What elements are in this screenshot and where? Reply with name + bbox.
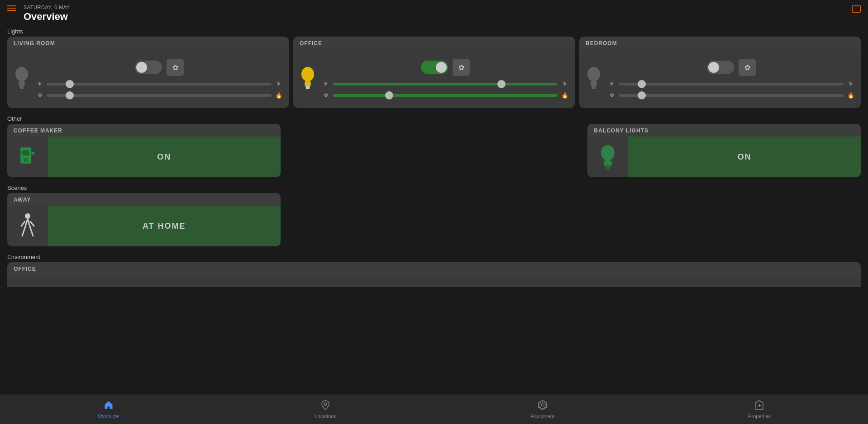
- living-room-header: LIVING ROOM: [7, 37, 289, 49]
- menu-icon[interactable]: [7, 5, 16, 11]
- bedroom-toggle[interactable]: [707, 61, 734, 74]
- svg-point-12: [25, 159, 27, 161]
- office-brightness-slider: ☀ ☀: [322, 80, 568, 87]
- coffee-icon-area: [7, 137, 48, 177]
- away-state[interactable]: AT HOME: [48, 206, 281, 246]
- warm-icon: 🔥: [275, 92, 282, 99]
- bedroom-warmth-slider: ❄ 🔥: [608, 92, 854, 99]
- living-room-warmth-slider: ❄ 🔥: [36, 92, 282, 99]
- environment-section-label: Environment: [0, 251, 868, 262]
- balcony-lights-state[interactable]: ON: [628, 137, 861, 177]
- bedroom-brightness-high-icon: ☀: [847, 80, 854, 87]
- nav-overview-label: Overview: [98, 413, 119, 419]
- page-title: Overview: [24, 11, 861, 23]
- away-header: AWAY: [7, 193, 281, 206]
- coffee-maker-state[interactable]: ON: [48, 137, 281, 177]
- office-brightness-low-icon: ☀: [322, 80, 329, 87]
- balcony-lights-card: BALCONY LIGHTS ON: [587, 124, 861, 177]
- svg-rect-8: [592, 88, 596, 89]
- svg-point-24: [324, 403, 327, 405]
- bedroom-brightness-low-icon: ☀: [608, 80, 615, 87]
- svg-rect-7: [591, 86, 596, 88]
- bedroom-settings-btn[interactable]: ✿: [739, 59, 756, 76]
- svg-line-22: [21, 221, 25, 226]
- office-warm-icon: 🔥: [561, 92, 568, 99]
- other-cards-row: COFFEE MAKER ON BALCONY: [0, 124, 868, 177]
- svg-line-23: [30, 221, 34, 226]
- svg-point-14: [601, 145, 615, 160]
- nav-equipment[interactable]: Equipment: [434, 395, 651, 424]
- away-body: AT HOME: [7, 206, 281, 246]
- living-room-settings-btn[interactable]: ✿: [167, 59, 184, 76]
- environment-card-header: OFFICE: [7, 262, 861, 275]
- office-brightness-high-icon: ☀: [561, 80, 568, 87]
- away-card: AWAY AT HOME: [7, 193, 281, 246]
- bedroom-bulb-icon: [586, 64, 602, 93]
- living-room-toggle-row: ✿: [36, 59, 282, 76]
- lights-cards-row: LIVING ROOM: [0, 37, 868, 108]
- svg-rect-15: [605, 165, 611, 168]
- location-icon: [321, 400, 329, 412]
- lights-section-label: Lights: [0, 25, 868, 37]
- balcony-lights-body: ON: [587, 137, 861, 177]
- brightness-low-icon: ☀: [36, 80, 43, 87]
- bedroom-controls: ✿ ☀ ☀ ❄: [608, 59, 854, 99]
- date-label: SATURDAY, 6 MAY: [24, 5, 861, 10]
- window-icon[interactable]: [852, 5, 861, 13]
- svg-marker-26: [540, 402, 545, 409]
- balcony-bulb-icon-area: [587, 137, 628, 177]
- bedroom-brightness-slider: ☀ ☀: [608, 80, 854, 87]
- nav-locations-label: Locations: [315, 414, 336, 419]
- svg-line-21: [30, 228, 33, 236]
- svg-rect-1: [19, 86, 24, 88]
- office-header: OFFICE: [293, 37, 575, 49]
- svg-rect-13: [31, 152, 35, 155]
- office-cool-icon: ❄: [322, 92, 329, 99]
- svg-point-17: [25, 213, 30, 219]
- environment-card: OFFICE: [7, 262, 861, 287]
- balcony-lights-header: BALCONY LIGHTS: [587, 124, 861, 137]
- cool-icon: ❄: [36, 92, 43, 99]
- away-icon-area: [7, 206, 48, 246]
- svg-rect-5: [306, 88, 310, 89]
- office-card: OFFICE ✿: [293, 37, 575, 108]
- bedroom-header: BEDROOM: [579, 37, 861, 49]
- living-room-card: LIVING ROOM: [7, 37, 289, 108]
- svg-point-3: [301, 67, 314, 81]
- coffee-maker-body: ON: [7, 137, 281, 177]
- living-room-bulb-icon: [14, 64, 30, 93]
- other-empty-middle: [285, 124, 583, 177]
- nav-properties[interactable]: Properties: [651, 395, 868, 424]
- svg-rect-2: [20, 88, 24, 89]
- svg-line-19: [28, 219, 30, 228]
- living-room-toggle[interactable]: [135, 61, 162, 74]
- home-icon: [104, 400, 113, 412]
- nav-properties-label: Properties: [748, 414, 771, 419]
- svg-rect-16: [606, 168, 610, 170]
- living-room-brightness-slider: ☀ ☀: [36, 80, 282, 87]
- office-settings-btn[interactable]: ✿: [453, 59, 470, 76]
- bedroom-body: ✿ ☀ ☀ ❄: [579, 49, 861, 108]
- properties-icon: [755, 400, 763, 412]
- coffee-maker-card: COFFEE MAKER ON: [7, 124, 281, 177]
- svg-point-27: [541, 404, 544, 406]
- svg-line-18: [25, 219, 28, 228]
- bedroom-card: BEDROOM ✿: [579, 37, 861, 108]
- scenes-cards-row: AWAY AT HOME: [0, 193, 868, 246]
- header: SATURDAY, 6 MAY Overview: [0, 0, 868, 25]
- nav-equipment-label: Equipment: [530, 414, 554, 419]
- office-toggle[interactable]: [421, 61, 448, 74]
- nav-overview[interactable]: Overview: [0, 395, 217, 424]
- office-warmth-slider: ❄ 🔥: [322, 92, 568, 99]
- living-room-controls: ✿ ☀ ☀ ❄: [36, 59, 282, 99]
- office-controls: ✿ ☀ ☀ ❄: [322, 59, 568, 99]
- svg-point-6: [587, 67, 600, 81]
- scenes-section-label: Scenes: [0, 182, 868, 193]
- bedroom-warm-icon: 🔥: [847, 92, 854, 99]
- equipment-icon: [538, 400, 548, 412]
- nav-locations[interactable]: Locations: [217, 395, 434, 424]
- bottom-nav: Overview Locations Equipment: [0, 395, 868, 424]
- coffee-maker-header: COFFEE MAKER: [7, 124, 281, 137]
- living-room-body: ✿ ☀ ☀ ❄: [7, 49, 289, 108]
- svg-line-20: [22, 228, 25, 236]
